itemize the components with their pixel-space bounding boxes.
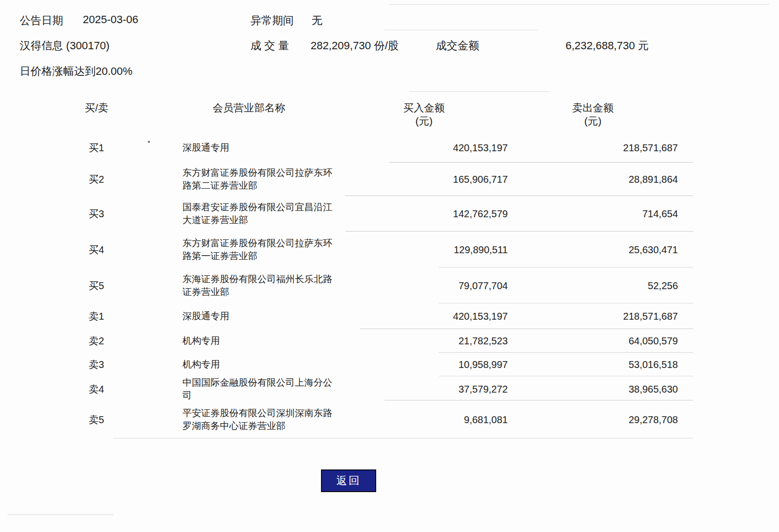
table-row: 卖3机构专用10,958,99753,016,518 — [64, 353, 695, 376]
stock-name: 汉得信息 (300170) — [20, 38, 109, 53]
broker-name-cell: 国泰君安证券股份有限公司宜昌沿江大道证券营业部 — [158, 196, 340, 232]
rank-cell: 卖5 — [64, 400, 158, 438]
broker-name-cell: 东方财富证券股份有限公司拉萨东环路第二证券营业部 — [158, 163, 340, 196]
table-row: 卖5平安证券股份有限公司深圳深南东路罗湖商务中心证券营业部9,681,08129… — [64, 400, 695, 438]
col-header-buysell: 买/卖 — [64, 101, 158, 133]
broker-name-cell: 中国国际金融股份有限公司上海分公司 — [158, 376, 340, 402]
table-row: 卖1深股通专用420,153,197218,571,687 — [64, 303, 695, 329]
rank-cell: 买2 — [64, 163, 158, 196]
col-header-broker-name: 会员营业部名称 — [158, 101, 340, 133]
back-button[interactable]: 返回 — [321, 469, 376, 492]
table-row: 卖4中国国际金融股份有限公司上海分公司37,579,27238,965,630 — [64, 376, 695, 400]
sell-amount-cell: 38,965,630 — [508, 376, 695, 402]
table-row: 买3国泰君安证券股份有限公司宜昌沿江大道证券营业部142,762,579714,… — [64, 196, 695, 232]
rank-cell: 卖3 — [64, 353, 158, 376]
abnormal-period-label: 异常期间 — [250, 13, 294, 28]
broker-name-cell: 机构专用 — [158, 329, 340, 353]
table-row: 买5东海证券股份有限公司福州长乐北路证券营业部79,077,70452,256 — [64, 267, 695, 303]
rank-cell: 卖4 — [64, 376, 158, 402]
sell-amount-header-line1: 卖出金额 — [572, 101, 614, 114]
sell-amount-cell: 52,256 — [508, 267, 695, 303]
table-row: 买1深股通专用420,153,197218,571,687 — [64, 133, 695, 163]
broker-name-cell: 深股通专用 — [158, 133, 340, 163]
buy-amount-cell: 142,762,579 — [340, 196, 508, 232]
trade-table: 买/卖 会员营业部名称 买入金额 (元) 卖出金额 (元) 买1深股通专用420… — [64, 101, 695, 438]
sell-amount-cell: 25,630,471 — [508, 232, 695, 267]
broker-name-cell: 机构专用 — [158, 353, 340, 376]
table-header-row: 买/卖 会员营业部名称 买入金额 (元) 卖出金额 (元) — [64, 101, 695, 133]
volume-value: 282,209,730 份/股 — [311, 38, 399, 53]
turnover-label: 成交金额 — [436, 38, 479, 53]
buy-amount-cell: 165,906,717 — [340, 163, 508, 196]
table-row: 卖2机构专用21,782,52364,050,579 — [64, 329, 695, 353]
sell-amount-cell: 28,891,864 — [508, 163, 695, 196]
table-row: 买4东方财富证券股份有限公司拉萨东环路第一证券营业部129,890,51125,… — [64, 232, 695, 267]
buy-amount-header-unit: (元) — [416, 114, 433, 128]
broker-name-cell: 东方财富证券股份有限公司拉萨东环路第一证券营业部 — [158, 232, 340, 267]
buy-amount-cell: 37,579,272 — [340, 376, 508, 402]
buy-amount-cell: 10,958,997 — [340, 353, 508, 376]
table-row: 买2东方财富证券股份有限公司拉萨东环路第二证券营业部165,906,71728,… — [64, 163, 695, 196]
rank-cell: 买3 — [64, 196, 158, 232]
broker-name-cell: 东海证券股份有限公司福州长乐北路证券营业部 — [158, 267, 340, 303]
rank-cell: 买4 — [64, 232, 158, 267]
sell-amount-cell: 53,016,518 — [508, 353, 695, 376]
sell-amount-header-unit: (元) — [584, 114, 602, 128]
volume-label: 成 交 量 — [250, 38, 289, 53]
announce-date-label: 公告日期 — [20, 13, 63, 28]
buy-amount-cell: 21,782,523 — [340, 329, 508, 353]
buy-amount-cell: 420,153,197 — [340, 303, 508, 329]
col-header-sell-amount: 卖出金额 (元) — [508, 101, 695, 133]
scan-line-artifact — [390, 4, 769, 5]
broker-name-cell: 深股通专用 — [158, 303, 340, 329]
turnover-value: 6,232,688,730 元 — [566, 38, 649, 53]
sell-amount-cell: 29,278,708 — [508, 400, 695, 438]
trade-table-body: 买1深股通专用420,153,197218,571,687买2东方财富证券股份有… — [64, 133, 695, 438]
rank-cell: 卖2 — [64, 329, 158, 353]
buy-amount-header-line1: 买入金额 — [403, 101, 445, 114]
sell-amount-cell: 64,050,579 — [508, 329, 695, 353]
col-header-buy-amount: 买入金额 (元) — [340, 101, 508, 133]
abnormal-reason-text: 日价格涨幅达到20.00% — [20, 64, 133, 79]
scan-line-artifact — [409, 91, 550, 92]
announce-date-value: 2025-03-06 — [83, 13, 139, 26]
broker-name-cell: 平安证券股份有限公司深圳深南东路罗湖商务中心证券营业部 — [158, 400, 340, 438]
buy-amount-cell: 79,077,704 — [340, 267, 508, 303]
sell-amount-cell: 714,654 — [508, 196, 695, 232]
buy-amount-cell: 420,153,197 — [340, 133, 508, 163]
col-header-buysell-label: 买/卖 — [85, 101, 158, 114]
disclosure-page: 公告日期 2025-03-06 异常期间 无 汉得信息 (300170) 成 交… — [0, 0, 779, 532]
col-header-broker-label: 会员营业部名称 — [213, 101, 285, 114]
scan-line-artifact — [385, 30, 537, 31]
abnormal-period-value: 无 — [312, 13, 322, 28]
sell-amount-cell: 218,571,687 — [508, 303, 695, 329]
scan-smudge-artifact — [7, 514, 113, 515]
sell-amount-cell: 218,571,687 — [508, 133, 695, 163]
rank-cell: 买5 — [64, 267, 158, 303]
buy-amount-cell: 9,681,081 — [340, 400, 508, 438]
rank-cell: 卖1 — [64, 303, 158, 329]
rank-cell: 买1 — [64, 133, 158, 163]
buy-amount-cell: 129,890,511 — [340, 232, 508, 267]
